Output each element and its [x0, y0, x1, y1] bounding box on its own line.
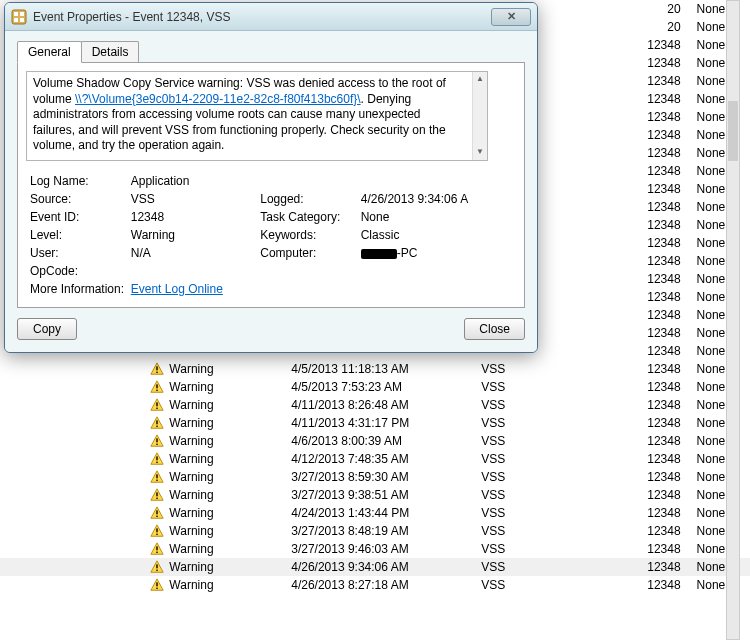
- cell-task: None: [687, 504, 750, 522]
- cell-level: Warning: [0, 450, 285, 468]
- cell-task: None: [687, 522, 750, 540]
- svg-rect-7: [156, 402, 157, 406]
- value-level: Warning: [129, 227, 256, 243]
- svg-rect-40: [14, 12, 18, 16]
- cell-task: None: [687, 432, 750, 450]
- table-row[interactable]: Warning4/5/2013 7:53:23 AMVSS12348None: [0, 378, 750, 396]
- window-close-button[interactable]: ✕: [491, 8, 531, 26]
- value-keywords: Classic: [359, 227, 486, 243]
- cell-eventid: 12348: [623, 36, 686, 54]
- cell-task: None: [687, 360, 750, 378]
- tab-details[interactable]: Details: [81, 41, 140, 62]
- svg-rect-38: [156, 588, 157, 589]
- cell-eventid: 12348: [623, 414, 686, 432]
- table-row[interactable]: Warning4/26/2013 8:27:18 AMVSS12348None: [0, 576, 750, 594]
- cell-task: None: [687, 90, 750, 108]
- svg-rect-29: [156, 534, 157, 535]
- cell-source: VSS: [475, 486, 623, 504]
- cell-eventid: 12348: [623, 342, 686, 360]
- scrollbar-thumb[interactable]: [728, 101, 738, 161]
- cell-eventid: 12348: [623, 396, 686, 414]
- cell-eventid: 12348: [623, 522, 686, 540]
- table-row[interactable]: Warning4/26/2013 9:34:06 AMVSS12348None: [0, 558, 750, 576]
- cell-eventid: 12348: [623, 486, 686, 504]
- app-icon: [11, 9, 27, 25]
- cell-eventid: 12348: [623, 378, 686, 396]
- cell-task: None: [687, 270, 750, 288]
- table-row[interactable]: Warning4/12/2013 7:48:35 AMVSS12348None: [0, 450, 750, 468]
- redacted-computer: [361, 249, 397, 259]
- cell-date: 4/26/2013 8:27:18 AM: [285, 576, 475, 594]
- value-source: VSS: [129, 191, 256, 207]
- value-user: N/A: [129, 245, 256, 261]
- cell-task: None: [687, 36, 750, 54]
- svg-rect-10: [156, 420, 157, 424]
- cell-task: None: [687, 108, 750, 126]
- cell-date: 4/11/2013 8:26:48 AM: [285, 396, 475, 414]
- cell-eventid: 20: [623, 0, 686, 18]
- tab-general[interactable]: General: [17, 41, 82, 63]
- label-eventid: Event ID:: [28, 209, 127, 225]
- cell-task: None: [687, 252, 750, 270]
- table-row[interactable]: Warning3/27/2013 9:38:51 AMVSS12348None: [0, 486, 750, 504]
- cell-task: None: [687, 198, 750, 216]
- cell-eventid: 12348: [623, 180, 686, 198]
- cell-eventid: 12348: [623, 468, 686, 486]
- event-properties-dialog: Event Properties - Event 12348, VSS ✕ Ge…: [4, 2, 538, 353]
- svg-rect-37: [156, 582, 157, 586]
- cell-task: None: [687, 378, 750, 396]
- event-log-online-link[interactable]: Event Log Online: [131, 282, 223, 296]
- label-user: User:: [28, 245, 127, 261]
- cell-task: None: [687, 54, 750, 72]
- table-row[interactable]: Warning3/27/2013 8:59:30 AMVSS12348None: [0, 468, 750, 486]
- table-row[interactable]: Warning4/5/2013 11:18:13 AMVSS12348None: [0, 360, 750, 378]
- desc-scrollbar[interactable]: ▲ ▼: [472, 72, 487, 160]
- svg-rect-35: [156, 570, 157, 571]
- cell-date: 4/6/2013 8:00:39 AM: [285, 432, 475, 450]
- cell-task: None: [687, 414, 750, 432]
- cell-date: 4/5/2013 7:53:23 AM: [285, 378, 475, 396]
- copy-button[interactable]: Copy: [17, 318, 77, 340]
- cell-level: Warning: [0, 378, 285, 396]
- dialog-title: Event Properties - Event 12348, VSS: [33, 10, 491, 24]
- cell-level: Warning: [0, 576, 285, 594]
- titlebar[interactable]: Event Properties - Event 12348, VSS ✕: [5, 3, 537, 31]
- cell-eventid: 12348: [623, 198, 686, 216]
- cell-source: VSS: [475, 378, 623, 396]
- event-description[interactable]: Volume Shadow Copy Service warning: VSS …: [26, 71, 488, 161]
- table-row[interactable]: Warning4/6/2013 8:00:39 AMVSS12348None: [0, 432, 750, 450]
- cell-level: Warning: [0, 486, 285, 504]
- cell-date: 3/27/2013 9:46:03 AM: [285, 540, 475, 558]
- table-row[interactable]: Warning4/11/2013 4:31:17 PMVSS12348None: [0, 414, 750, 432]
- cell-task: None: [687, 342, 750, 360]
- cell-level: Warning: [0, 396, 285, 414]
- table-row[interactable]: Warning3/27/2013 8:48:19 AMVSS12348None: [0, 522, 750, 540]
- value-eventid: 12348: [129, 209, 256, 225]
- table-row[interactable]: Warning4/24/2013 1:43:44 PMVSS12348None: [0, 504, 750, 522]
- cell-eventid: 12348: [623, 576, 686, 594]
- cell-eventid: 12348: [623, 252, 686, 270]
- cell-source: VSS: [475, 396, 623, 414]
- scroll-down-icon[interactable]: ▼: [473, 145, 487, 160]
- close-button[interactable]: Close: [464, 318, 525, 340]
- cell-source: VSS: [475, 360, 623, 378]
- table-row[interactable]: Warning3/27/2013 9:46:03 AMVSS12348None: [0, 540, 750, 558]
- dialog-client: General Details Volume Shadow Copy Servi…: [5, 31, 537, 352]
- scroll-up-icon[interactable]: ▲: [473, 72, 487, 87]
- cell-date: 4/11/2013 4:31:17 PM: [285, 414, 475, 432]
- cell-eventid: 12348: [623, 54, 686, 72]
- table-row[interactable]: Warning4/11/2013 8:26:48 AMVSS12348None: [0, 396, 750, 414]
- cell-source: VSS: [475, 468, 623, 486]
- cell-date: 3/27/2013 8:48:19 AM: [285, 522, 475, 540]
- svg-rect-13: [156, 438, 157, 442]
- volume-link[interactable]: \\?\Volume{3e9c0b14-2209-11e2-82c8-f80f4…: [75, 92, 361, 106]
- cell-date: 4/12/2013 7:48:35 AM: [285, 450, 475, 468]
- value-taskcat: None: [359, 209, 486, 225]
- value-logged: 4/26/2013 9:34:06 A: [359, 191, 486, 207]
- scrollbar[interactable]: [726, 0, 740, 640]
- label-computer: Computer:: [258, 245, 356, 261]
- cell-task: None: [687, 18, 750, 36]
- svg-rect-43: [20, 18, 24, 22]
- cell-eventid: 12348: [623, 234, 686, 252]
- cell-source: VSS: [475, 504, 623, 522]
